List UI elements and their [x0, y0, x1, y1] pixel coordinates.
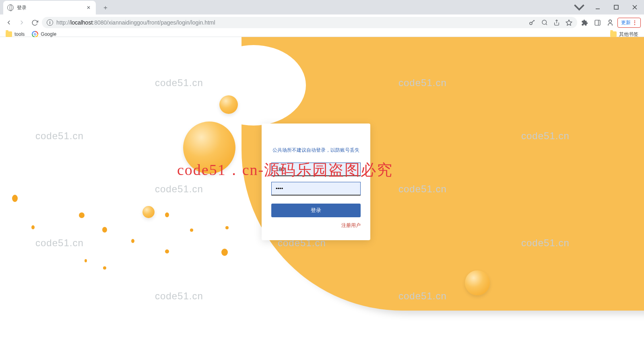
maximize-button[interactable] [607, 1, 625, 13]
watermark: code51.cn [35, 130, 84, 142]
bookmark-google[interactable]: Google [32, 31, 56, 37]
close-tab-icon[interactable]: ✕ [85, 4, 92, 11]
decorative-bubble [183, 122, 235, 174]
site-info-icon[interactable]: i [47, 19, 53, 26]
update-label: 更新 [621, 19, 631, 26]
svg-rect-1 [614, 5, 618, 9]
decorative-dot [131, 239, 134, 243]
decorative-dot [79, 212, 85, 218]
svg-point-7 [542, 20, 547, 25]
folder-icon [610, 31, 617, 37]
decorative-bubble [219, 95, 238, 114]
svg-line-8 [546, 24, 547, 25]
bookmark-tools[interactable]: tools [6, 31, 25, 37]
page-viewport: code51.cn code51.cn code51.cn code51.cn … [0, 37, 644, 346]
close-window-button[interactable] [625, 1, 644, 13]
bookmark-other[interactable]: 其他书签 [610, 31, 638, 38]
zoom-icon[interactable] [541, 19, 548, 26]
browser-chrome: 登录 ✕ ＋ i http://localhost:8080/xiannaidi… [0, 0, 644, 37]
globe-icon [7, 4, 14, 11]
extensions-icon[interactable] [579, 17, 590, 28]
svg-line-6 [534, 21, 535, 21]
login-card: 公共场所不建议自动登录，以防账号丢失 登录 注册用户 [262, 124, 370, 240]
decorative-dot [31, 225, 35, 229]
login-tip: 公共场所不建议自动登录，以防账号丢失 [271, 147, 361, 154]
username-input[interactable] [271, 163, 361, 176]
watermark: code51.cn [155, 183, 203, 195]
update-button[interactable]: 更新 ⋮ [617, 18, 641, 28]
tab-title: 登录 [17, 4, 27, 11]
google-icon [32, 31, 38, 37]
key-icon[interactable] [528, 19, 536, 26]
decorative-dot [85, 259, 87, 262]
svg-point-4 [530, 22, 532, 25]
new-tab-button[interactable]: ＋ [100, 2, 111, 13]
decorative-dot [221, 249, 228, 256]
watermark: code51.cn [155, 77, 203, 89]
window-controls [570, 0, 644, 14]
minimize-button[interactable] [588, 1, 607, 13]
more-icon: ⋮ [632, 20, 637, 25]
tab-bar: 登录 ✕ ＋ [0, 0, 644, 14]
sidepanel-icon[interactable] [592, 17, 603, 28]
login-button[interactable]: 登录 [271, 204, 361, 217]
decorative-dot [165, 212, 169, 217]
profile-icon[interactable] [605, 17, 616, 28]
back-button[interactable] [3, 17, 14, 28]
forward-button[interactable] [16, 17, 27, 28]
decorative-dot [102, 227, 107, 233]
address-bar[interactable]: i http://localhost:8080/xiannaidinggou/f… [42, 17, 577, 28]
folder-icon [6, 31, 12, 37]
watermark: code51.cn [155, 290, 203, 302]
password-input[interactable] [271, 182, 361, 196]
decorative-dot [225, 226, 229, 229]
svg-marker-10 [566, 20, 572, 25]
decorative-bubble [465, 270, 490, 295]
decorative-dot [103, 266, 106, 270]
star-icon[interactable] [566, 19, 572, 26]
watermark: code51.cn [35, 237, 84, 249]
address-row: i http://localhost:8080/xiannaidinggou/f… [0, 16, 644, 29]
decorative-dot [190, 229, 193, 232]
share-icon[interactable] [553, 19, 560, 26]
decorative-dot [12, 195, 18, 202]
reload-button[interactable] [29, 17, 40, 28]
register-link[interactable]: 注册用户 [271, 222, 361, 229]
browser-tab[interactable]: 登录 ✕ [3, 1, 96, 14]
svg-rect-11 [595, 20, 600, 25]
chevron-down-icon[interactable] [570, 1, 588, 13]
svg-point-13 [609, 20, 612, 23]
decorative-bubble [142, 206, 155, 218]
url-text: http://localhost:8080/xiannaidinggou/fro… [56, 19, 215, 26]
decorative-dot [165, 249, 169, 253]
